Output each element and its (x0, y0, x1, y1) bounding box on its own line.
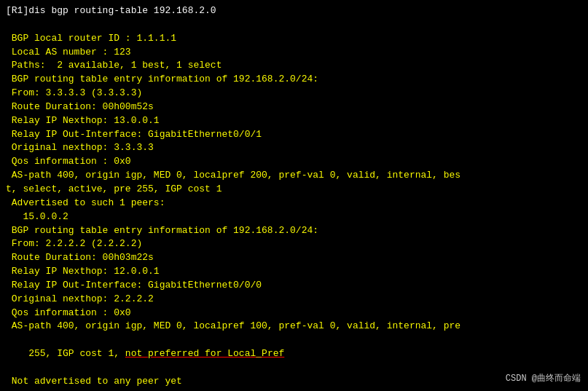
terminal: [R1]dis bgp routing-table 192.168.2.0 BG… (0, 0, 588, 391)
entry-info-line-1: BGP routing table entry information of 1… (6, 73, 582, 87)
from-line-2: From: 2.2.2.2 (2.2.2.2) (6, 237, 582, 251)
router-id-line: BGP local router ID : 1.1.1.1 (6, 32, 582, 46)
as-path-line-1b: t, select, active, pre 255, IGP cost 1 (6, 183, 582, 197)
orig-nexthop-2: Original nexthop: 2.2.2.2 (6, 293, 582, 307)
qos-info-1: Qos information : 0x0 (6, 155, 582, 169)
relay-nexthop-1: Relay IP Nexthop: 13.0.0.1 (6, 114, 582, 128)
paths-line: Paths: 2 available, 1 best, 1 select (6, 59, 582, 73)
relay-out-iface-1: Relay IP Out-Interface: GigabitEthernet0… (6, 128, 582, 142)
peer-line: 15.0.0.2 (6, 210, 582, 224)
watermark: CSDN @曲终而命端 (506, 373, 581, 385)
route-duration-2: Route Duration: 00h03m22s (6, 251, 582, 265)
not-advertised-line: Not advertised to any peer yet (6, 375, 582, 389)
as-path-line-2b: 255, IGP cost 1, not preferred for Local… (6, 333, 582, 375)
relay-nexthop-2: Relay IP Nexthop: 12.0.0.1 (6, 265, 582, 279)
route-duration-1: Route Duration: 00h00m52s (6, 100, 582, 114)
from-line-1: From: 3.3.3.3 (3.3.3.3) (6, 87, 582, 100)
entry-info-line-2: BGP routing table entry information of 1… (6, 224, 582, 238)
not-preferred-text: not preferred for Local_Pref (125, 348, 284, 359)
blank-line-1 (6, 18, 582, 32)
as-path-line-1a: AS-path 400, origin igp, MED 0, localpre… (6, 169, 582, 183)
command-line: [R1]dis bgp routing-table 192.168.2.0 (6, 4, 582, 18)
as-path-2b-prefix: 255, IGP cost 1, (28, 348, 125, 359)
relay-out-iface-2: Relay IP Out-Interface: GigabitEthernet0… (6, 279, 582, 293)
as-path-line-2a: AS-path 400, origin igp, MED 0, localpre… (6, 320, 582, 333)
local-as-line: Local AS number : 123 (6, 46, 582, 60)
qos-info-2: Qos information : 0x0 (6, 307, 582, 320)
advertised-line: Advertised to such 1 peers: (6, 197, 582, 210)
orig-nexthop-1: Original nexthop: 3.3.3.3 (6, 141, 582, 155)
